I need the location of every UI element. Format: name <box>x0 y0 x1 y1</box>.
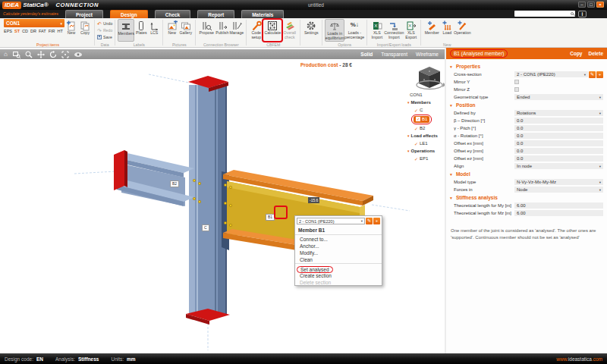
3d-scene[interactable] <box>0 59 445 353</box>
theoretical-length-my-input[interactable]: 6.00 <box>514 202 603 209</box>
picture-new-button[interactable]: New <box>165 19 178 42</box>
code-ht[interactable]: HT <box>58 29 63 33</box>
view-cube[interactable] <box>417 67 445 89</box>
code-dr[interactable]: DR <box>30 29 36 33</box>
picture-gallery-button[interactable]: Gallery <box>178 19 193 42</box>
section-position[interactable]: ▼ Position <box>446 101 607 109</box>
mirror-z-checkbox[interactable] <box>514 87 519 92</box>
geometrical-type-select[interactable]: Ended ▾ <box>514 94 603 100</box>
context-cross-section-selector[interactable]: 2 - CON1 (IPE220) ▾ <box>297 218 365 224</box>
forces-in-select[interactable]: Node ▾ <box>514 187 603 193</box>
menu-item-connect-to[interactable]: Connect to... <box>295 235 382 242</box>
code-fat[interactable]: FAT <box>39 29 46 33</box>
redo-button[interactable]: ↷ Redo <box>97 27 112 33</box>
beta-direction-input[interactable]: 0.0 <box>514 118 603 124</box>
overall-check-button[interactable]: Overall check <box>281 19 297 42</box>
new-member-button[interactable]: Member <box>423 19 440 42</box>
offset-ey-input[interactable]: 0.0 <box>514 148 603 154</box>
new-project-item-button[interactable]: New <box>64 19 78 42</box>
gamma-pitch-input[interactable]: 0.0 <box>514 125 603 131</box>
info-button[interactable]: i <box>578 11 587 17</box>
zoom-window-icon[interactable] <box>13 51 20 58</box>
mode-wireframe[interactable]: Wireframe <box>416 52 439 57</box>
add-cross-section-button[interactable]: + <box>373 218 380 224</box>
view-settings-icon[interactable] <box>74 51 80 58</box>
undo-button[interactable]: ↶ Undo <box>97 20 112 27</box>
close-button[interactable]: × <box>596 2 604 8</box>
zoom-all-icon[interactable] <box>61 51 68 58</box>
edit-cross-section-button[interactable]: ✎ <box>589 71 596 78</box>
mode-transparent[interactable]: Transparent <box>381 52 407 57</box>
3d-viewport[interactable]: Production cost - 28 € B2 C B1 -15.6 CON… <box>0 59 445 353</box>
propose-button[interactable]: Propose <box>198 19 215 42</box>
search-input[interactable] <box>514 11 575 17</box>
tab-report[interactable]: Report <box>197 10 234 18</box>
calculate-button[interactable]: Calculate <box>263 19 281 36</box>
save-button[interactable]: Save <box>97 34 112 40</box>
offset-ez-input[interactable]: 0.0 <box>514 155 603 162</box>
tree-item-b2[interactable]: ✓ B2 <box>407 124 445 132</box>
xls-export-button[interactable]: X XLS Export <box>404 19 418 42</box>
home-view-icon[interactable]: ⌂ <box>4 51 8 58</box>
theoretical-length-mz-input[interactable]: 6.00 <box>514 210 603 216</box>
xls-import-button[interactable]: X XLS Import <box>370 19 384 42</box>
panel-delete-button[interactable]: Delete <box>588 51 603 56</box>
tree-section-load-effects[interactable]: ▾ Load effects <box>407 132 445 140</box>
beam-b2[interactable] <box>114 150 201 206</box>
labels-lcs-button[interactable]: LCS <box>148 19 160 42</box>
checkbox-icon[interactable]: ✓ <box>416 117 420 121</box>
align-select[interactable]: In node ▾ <box>514 163 603 169</box>
menu-item-set-analysed[interactable]: Set analysed <box>295 265 382 271</box>
loads-percentage-button[interactable]: %↓ Loads - percentage <box>344 19 364 42</box>
tree-item-c[interactable]: ✓ C <box>407 106 445 114</box>
tree-item-ep1[interactable]: ✓ EP1 <box>407 155 445 162</box>
new-load-button[interactable]: Load <box>440 19 454 42</box>
rotate-icon[interactable] <box>49 51 56 58</box>
code-eps[interactable]: EPS <box>4 29 12 33</box>
defined-by-select[interactable]: Rotations ▾ <box>514 110 603 116</box>
tree-item-b1[interactable]: ✓ B1 <box>407 114 445 124</box>
labels-members-button[interactable]: Members <box>118 19 134 42</box>
zoom-icon[interactable] <box>25 51 32 58</box>
mirror-y-checkbox[interactable] <box>514 80 519 84</box>
tree-section-members[interactable]: ▾ Members <box>407 99 445 106</box>
publish-button[interactable]: Publish <box>215 19 229 42</box>
menu-item-modify[interactable]: Modify... <box>295 249 382 256</box>
website-link[interactable]: www.ideastatica.com <box>556 356 602 362</box>
maximize-button[interactable]: □ <box>587 2 595 8</box>
mode-solid[interactable]: Solid <box>360 52 373 57</box>
tab-check[interactable]: Check <box>155 10 191 18</box>
code-fir[interactable]: FIR <box>49 29 55 33</box>
menu-item-create-section[interactable]: Create section <box>295 271 382 278</box>
menu-item-clean[interactable]: Clean <box>295 256 382 262</box>
settings-button[interactable]: Settings <box>303 19 319 42</box>
offset-ex-input[interactable]: 0.0 <box>514 140 603 146</box>
tree-section-operations[interactable]: ▾ Operations <box>407 147 445 155</box>
panel-copy-button[interactable]: Copy <box>570 51 582 56</box>
model-type-select[interactable]: N-Vy-Vz-Mx-My-Mz ▾ <box>514 179 603 185</box>
tab-materials[interactable]: Materials <box>241 10 284 18</box>
cross-section-select[interactable]: 2 - CON1 (IPE220) ▾ <box>514 71 588 77</box>
code-setup-button[interactable]: Code setup <box>249 19 263 42</box>
section-properties[interactable]: ▼ Properties <box>446 62 607 71</box>
labels-plates-button[interactable]: Plates <box>134 19 148 42</box>
tree-item-le1[interactable]: ✓ LE1 <box>407 140 445 147</box>
alpha-rotation-input[interactable]: 0.0 <box>514 133 603 139</box>
add-cross-section-button[interactable]: + <box>596 71 603 78</box>
section-model[interactable]: ▼ Model <box>446 170 607 178</box>
project-item-selector[interactable]: CON1 ▾ <box>4 19 64 27</box>
manage-button[interactable]: Manage <box>229 19 244 42</box>
edit-cross-section-button[interactable]: ✎ <box>366 218 373 224</box>
code-cd[interactable]: CD <box>22 29 28 33</box>
tab-design[interactable]: Design <box>110 10 148 18</box>
minimize-button[interactable]: – <box>578 2 586 8</box>
loads-in-equilibrium-button[interactable]: Loads in equilibrium <box>325 19 344 42</box>
new-operation-button[interactable]: Operation <box>454 19 470 42</box>
copy-project-item-button[interactable]: Copy <box>78 19 92 42</box>
pan-icon[interactable] <box>37 51 44 58</box>
connection-import-button[interactable]: Connection Import <box>384 19 404 42</box>
section-stiffness-analysis[interactable]: ▼ Stiffness analysis <box>446 193 607 202</box>
code-st[interactable]: ST <box>14 29 20 33</box>
menu-item-anchor[interactable]: Anchor... <box>295 242 382 249</box>
tab-project[interactable]: Project <box>65 10 103 18</box>
